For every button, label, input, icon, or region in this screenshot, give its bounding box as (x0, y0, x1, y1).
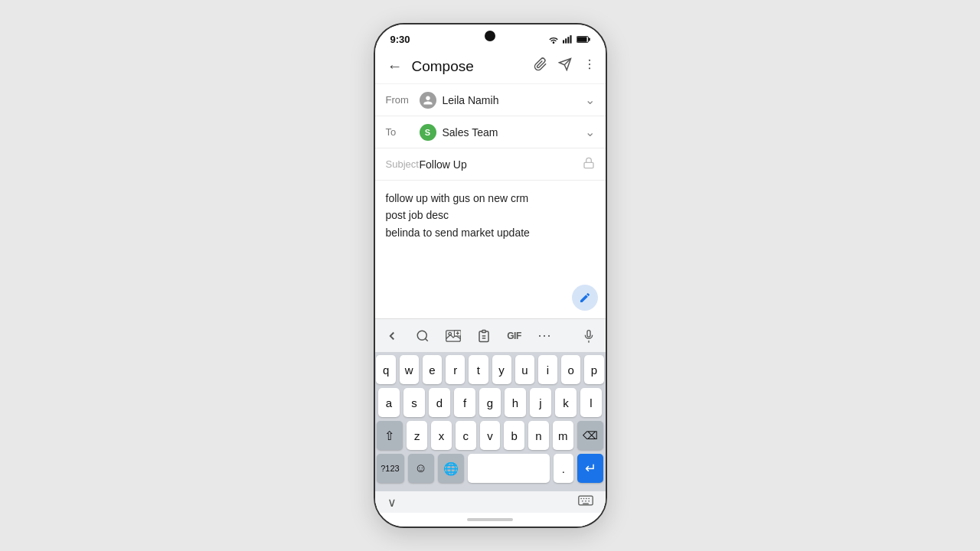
svg-line-14 (425, 338, 427, 341)
home-bar (467, 518, 513, 521)
keyboard-toolbar: GIF ··· (375, 318, 606, 352)
keyboard-row-1: q w e r t y u i o p (377, 355, 604, 384)
from-value: Leila Namih (420, 92, 585, 109)
subject-value: Follow Up (420, 158, 583, 171)
more-menu-button[interactable] (583, 57, 596, 75)
phone-frame: 9:30 ← Compose (374, 23, 607, 528)
battery-icon (577, 35, 590, 44)
email-line-2: post job desc (386, 207, 595, 223)
gif-toolbar-button[interactable]: GIF (504, 325, 525, 347)
shift-key[interactable]: ⇧ (377, 421, 403, 450)
svg-rect-23 (587, 330, 590, 337)
key-z[interactable]: z (407, 421, 427, 450)
camera-notch (485, 31, 495, 41)
key-i[interactable]: i (538, 355, 557, 384)
wifi-icon (547, 34, 560, 44)
key-v[interactable]: v (480, 421, 501, 450)
svg-point-13 (417, 331, 426, 340)
email-line-1: follow up with gus on new crm (386, 190, 595, 207)
period-key[interactable]: . (554, 454, 574, 483)
key-x[interactable]: x (431, 421, 452, 450)
key-g[interactable]: g (479, 388, 501, 417)
clipboard-toolbar-button[interactable] (473, 325, 495, 347)
svg-rect-12 (584, 162, 593, 168)
status-time: 9:30 (390, 34, 410, 45)
more-toolbar-button[interactable]: ··· (534, 325, 556, 347)
key-d[interactable]: d (429, 388, 450, 417)
key-r[interactable]: r (446, 355, 465, 384)
to-label: To (386, 126, 420, 138)
to-chevron-icon: ⌄ (585, 125, 595, 139)
smart-compose-button[interactable] (572, 285, 598, 311)
svg-rect-3 (570, 35, 571, 44)
key-b[interactable]: b (504, 421, 524, 450)
backspace-key[interactable]: ⌫ (577, 421, 604, 450)
space-key[interactable] (468, 454, 549, 483)
header-actions (534, 57, 596, 75)
key-y[interactable]: y (492, 355, 511, 384)
status-bar: 9:30 (375, 24, 606, 49)
keyboard-back-button[interactable] (381, 325, 403, 347)
back-button[interactable]: ← (384, 54, 406, 78)
globe-key[interactable]: 🌐 (438, 454, 464, 483)
key-l[interactable]: l (580, 388, 602, 417)
from-chevron-icon: ⌄ (585, 93, 595, 107)
key-p[interactable]: p (584, 355, 603, 384)
key-a[interactable]: a (378, 388, 400, 417)
key-s[interactable]: s (403, 388, 425, 417)
from-name: Leila Namih (443, 94, 499, 106)
from-label: From (386, 94, 420, 106)
home-indicator (375, 513, 606, 527)
search-toolbar-button[interactable] (412, 325, 433, 347)
key-n[interactable]: n (528, 421, 549, 450)
subject-field[interactable]: Subject Follow Up (375, 148, 606, 181)
to-name: Sales Team (443, 126, 498, 139)
bottom-bar: ∨ (375, 491, 606, 513)
svg-rect-20 (482, 330, 485, 332)
key-m[interactable]: m (553, 421, 573, 450)
status-icons (547, 34, 590, 44)
to-value: S Sales Team (420, 124, 585, 141)
email-line-3: belinda to send market update (386, 224, 595, 241)
emoji-key[interactable]: ☺ (408, 454, 434, 483)
svg-rect-6 (588, 37, 590, 41)
to-avatar-initial: S (425, 128, 430, 137)
app-header: ← Compose (375, 49, 606, 84)
compose-title: Compose (412, 58, 534, 75)
email-content[interactable]: follow up with gus on new crm post job d… (375, 181, 606, 318)
key-c[interactable]: c (456, 421, 476, 450)
svg-rect-0 (563, 40, 564, 43)
keyboard: q w e r t y u i o p a s d f g h j k (375, 352, 606, 491)
key-h[interactable]: h (505, 388, 526, 417)
keyboard-row-4: ?123 ☺ 🌐 . ↵ (377, 454, 604, 483)
key-k[interactable]: k (555, 388, 577, 417)
key-e[interactable]: e (423, 355, 442, 384)
attach-icon[interactable] (534, 57, 547, 75)
svg-point-10 (588, 64, 590, 65)
to-field[interactable]: To S Sales Team ⌄ (375, 116, 606, 148)
keyboard-row-3: ⇧ z x c v b n m ⌫ (377, 421, 604, 450)
signal-icon (563, 34, 573, 44)
bottom-keyboard-icon[interactable] (578, 495, 593, 509)
compose-body: From Leila Namih ⌄ To S Sales Team ⌄ (375, 84, 606, 527)
send-button[interactable] (558, 57, 572, 75)
key-u[interactable]: u (515, 355, 534, 384)
key-j[interactable]: j (530, 388, 551, 417)
svg-rect-5 (577, 37, 586, 41)
key-f[interactable]: f (454, 388, 475, 417)
key-t[interactable]: t (469, 355, 488, 384)
key-q[interactable]: q (376, 355, 395, 384)
svg-point-9 (588, 60, 590, 61)
key-o[interactable]: o (561, 355, 580, 384)
enter-key[interactable]: ↵ (577, 454, 603, 483)
image-toolbar-button[interactable] (443, 325, 464, 347)
subject-text: Follow Up (420, 158, 467, 171)
num-key[interactable]: ?123 (377, 454, 404, 483)
mic-toolbar-button[interactable] (578, 325, 599, 347)
from-field[interactable]: From Leila Namih ⌄ (375, 84, 606, 116)
bottom-chevron-icon[interactable]: ∨ (387, 495, 397, 510)
from-avatar (420, 92, 436, 109)
key-w[interactable]: w (400, 355, 419, 384)
svg-rect-1 (565, 38, 567, 43)
subject-label: Subject (386, 158, 420, 170)
